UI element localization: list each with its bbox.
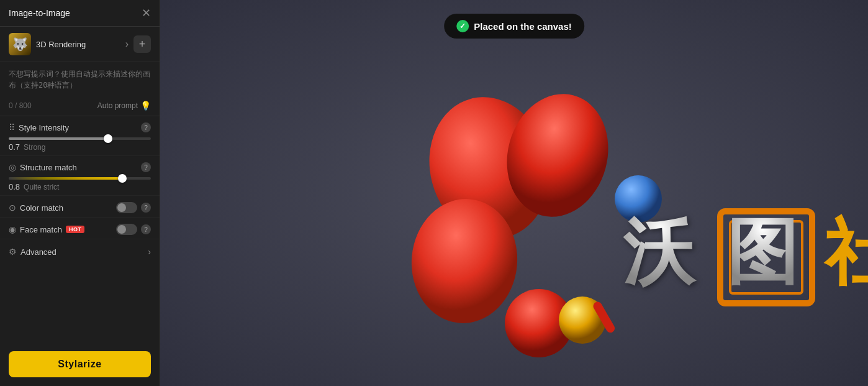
advanced-gear-icon: ⚙ (9, 247, 17, 257)
panel-header-left: Image-to-Image (9, 8, 70, 18)
structure-match-thumb[interactable] (118, 174, 127, 183)
canvas-area: ✓ Placed on the canvas! (160, 0, 868, 386)
style-intensity-header-left: ⠿ Style Intensity (9, 122, 69, 132)
toast-message: Placed on the canvas! (474, 21, 572, 32)
preset-add-button[interactable]: + (133, 35, 151, 53)
preset-thumbnail: 🐺 (9, 33, 31, 55)
style-intensity-fill (9, 137, 108, 140)
structure-match-header: ◎ Structure match ? (9, 162, 151, 172)
style-intensity-control: ⠿ Style Intensity ? 0.7 Strong (0, 116, 160, 156)
advanced-left: ⚙ Advanced (9, 247, 57, 257)
close-icon: ✕ (142, 7, 151, 19)
advanced-row[interactable]: ⚙ Advanced › (0, 239, 160, 264)
face-match-knob (117, 225, 126, 234)
panel-title: Image-to-Image (9, 8, 70, 18)
render-scene: 沃 图 社 (160, 0, 868, 386)
face-match-row: ◉ Face match HOT ? (9, 224, 151, 235)
svg-text:沃: 沃 (623, 213, 697, 292)
color-match-control: ⊙ Color match ? (0, 196, 160, 218)
structure-match-value: 0.8 (9, 182, 20, 191)
face-match-control: ◉ Face match HOT ? (0, 218, 160, 239)
auto-prompt-label: Auto prompt (97, 101, 138, 110)
face-match-hot-badge: HOT (66, 226, 85, 233)
structure-icon: ◎ (9, 162, 16, 172)
structure-match-help-icon[interactable]: ? (141, 162, 151, 172)
add-icon: + (139, 38, 146, 51)
face-match-label: Face match (20, 225, 62, 234)
style-preset-row: 🐺 3D Rendering › + (0, 27, 160, 62)
prompt-textarea[interactable] (9, 68, 151, 94)
color-match-row: ⊙ Color match ? (9, 202, 151, 213)
advanced-label: Advanced (20, 247, 57, 257)
controls-section: ⠿ Style Intensity ? 0.7 Strong (0, 116, 160, 346)
bulb-icon: 💡 (140, 101, 151, 111)
svg-text:社: 社 (823, 213, 868, 292)
structure-match-slider[interactable] (9, 177, 151, 180)
structure-match-control: ◎ Structure match ? 0.8 Quite strict (0, 156, 160, 196)
color-match-help-icon[interactable]: ? (141, 203, 151, 213)
scene-svg: 沃 图 社 (160, 0, 868, 386)
grid-icon: ⠿ (9, 122, 15, 132)
style-intensity-label: Style Intensity (19, 123, 69, 132)
color-match-knob (117, 203, 126, 212)
auto-prompt-button[interactable]: Auto prompt 💡 (97, 101, 151, 111)
panel-header: Image-to-Image ✕ (0, 0, 160, 27)
face-match-help-icon[interactable]: ? (141, 224, 151, 234)
color-match-icon: ⊙ (9, 203, 16, 213)
face-match-toggle[interactable] (116, 224, 137, 235)
style-intensity-help-icon[interactable]: ? (141, 122, 151, 132)
preset-label: 3D Rendering (36, 40, 120, 49)
style-intensity-value: 0.7 (9, 142, 20, 152)
svg-text:图: 图 (726, 213, 798, 292)
style-intensity-header: ⠿ Style Intensity ? (9, 122, 151, 132)
face-match-header-left: ◉ Face match HOT (9, 224, 84, 234)
prompt-count: 0 / 800 (9, 101, 32, 110)
close-button[interactable]: ✕ (142, 7, 151, 19)
prompt-footer: 0 / 800 Auto prompt 💡 (0, 99, 160, 116)
style-intensity-thumb[interactable] (104, 134, 112, 143)
preset-arrow-icon[interactable]: › (125, 39, 129, 50)
color-match-label: Color match (20, 203, 63, 213)
advanced-arrow-icon: › (148, 247, 151, 257)
structure-match-fill (9, 177, 122, 180)
stylarize-button[interactable]: Stylarize (9, 351, 151, 377)
toast-check-icon: ✓ (456, 20, 469, 32)
preset-animal-icon: 🐺 (12, 37, 28, 52)
face-match-icon: ◉ (9, 224, 16, 234)
style-intensity-slider[interactable] (9, 137, 151, 140)
structure-match-header-left: ◎ Structure match (9, 162, 77, 172)
color-match-header-left: ⊙ Color match (9, 203, 63, 213)
structure-match-value-row: 0.8 Quite strict (9, 182, 151, 191)
structure-match-track (9, 177, 151, 180)
prompt-area (0, 62, 160, 99)
left-panel: Image-to-Image ✕ 🐺 3D Rendering › + 0 / … (0, 0, 160, 386)
toast-notification: ✓ Placed on the canvas! (444, 14, 584, 39)
style-intensity-value-row: 0.7 Strong (9, 142, 151, 152)
structure-match-label: Structure match (20, 163, 77, 172)
style-intensity-descriptor: Strong (24, 143, 45, 152)
color-match-toggle[interactable] (116, 202, 137, 213)
style-intensity-track (9, 137, 151, 140)
structure-match-descriptor: Quite strict (24, 183, 59, 191)
